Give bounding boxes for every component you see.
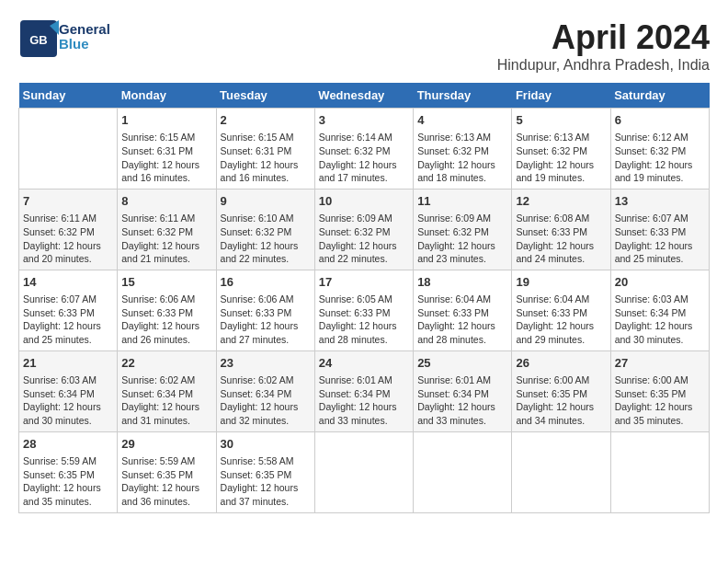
day-number: 26 xyxy=(516,355,606,372)
day-number: 28 xyxy=(23,436,113,453)
calendar-body: 1Sunrise: 6:15 AMSunset: 6:31 PMDaylight… xyxy=(19,109,710,513)
day-number: 30 xyxy=(221,436,311,453)
day-number: 17 xyxy=(319,274,409,291)
day-cell: 19Sunrise: 6:04 AMSunset: 6:33 PMDayligh… xyxy=(512,270,610,350)
day-number: 20 xyxy=(615,274,705,291)
day-cell: 16Sunrise: 6:06 AMSunset: 6:33 PMDayligh… xyxy=(216,270,314,350)
day-info: Sunrise: 6:06 AMSunset: 6:33 PMDaylight:… xyxy=(221,293,311,347)
day-cell: 22Sunrise: 6:02 AMSunset: 6:34 PMDayligh… xyxy=(118,350,216,431)
day-number: 13 xyxy=(615,193,705,210)
day-number: 27 xyxy=(615,355,705,372)
calendar-table: SundayMondayTuesdayWednesdayThursdayFrid… xyxy=(18,83,710,513)
day-number: 11 xyxy=(417,193,507,210)
day-cell: 20Sunrise: 6:03 AMSunset: 6:34 PMDayligh… xyxy=(610,270,709,350)
day-info: Sunrise: 6:00 AMSunset: 6:35 PMDaylight:… xyxy=(615,373,705,428)
day-number: 19 xyxy=(516,274,606,291)
day-cell: 25Sunrise: 6:01 AMSunset: 6:34 PMDayligh… xyxy=(414,350,512,431)
day-info: Sunrise: 6:01 AMSunset: 6:34 PMDaylight:… xyxy=(417,373,507,428)
day-cell xyxy=(610,431,709,512)
day-info: Sunrise: 6:07 AMSunset: 6:33 PMDaylight:… xyxy=(615,212,705,266)
day-number: 21 xyxy=(23,355,113,372)
day-info: Sunrise: 6:13 AMSunset: 6:32 PMDaylight:… xyxy=(417,131,507,185)
logo-line2: Blue xyxy=(59,37,110,52)
day-info: Sunrise: 5:59 AMSunset: 6:35 PMDaylight:… xyxy=(121,454,211,509)
header-cell-thursday: Thursday xyxy=(414,83,512,109)
day-cell: 15Sunrise: 6:06 AMSunset: 6:33 PMDayligh… xyxy=(118,270,216,350)
day-number: 23 xyxy=(221,355,311,372)
day-cell: 6Sunrise: 6:12 AMSunset: 6:32 PMDaylight… xyxy=(610,109,709,190)
day-number: 7 xyxy=(23,193,113,210)
day-info: Sunrise: 6:09 AMSunset: 6:32 PMDaylight:… xyxy=(319,212,409,266)
day-cell: 14Sunrise: 6:07 AMSunset: 6:33 PMDayligh… xyxy=(19,270,118,350)
day-cell: 11Sunrise: 6:09 AMSunset: 6:32 PMDayligh… xyxy=(414,189,512,270)
day-cell: 17Sunrise: 6:05 AMSunset: 6:33 PMDayligh… xyxy=(314,270,413,350)
logo-icon: GB xyxy=(18,18,55,55)
day-info: Sunrise: 6:00 AMSunset: 6:35 PMDaylight:… xyxy=(516,373,606,428)
week-row-3: 14Sunrise: 6:07 AMSunset: 6:33 PMDayligh… xyxy=(19,270,710,350)
page-title: April 2024 xyxy=(497,18,710,57)
week-row-1: 1Sunrise: 6:15 AMSunset: 6:31 PMDaylight… xyxy=(19,109,710,190)
day-cell: 21Sunrise: 6:03 AMSunset: 6:34 PMDayligh… xyxy=(19,350,118,431)
title-block: April 2024 Hindupur, Andhra Pradesh, Ind… xyxy=(497,18,710,74)
svg-text:GB: GB xyxy=(29,33,48,47)
header-cell-friday: Friday xyxy=(512,83,610,109)
day-cell: 13Sunrise: 6:07 AMSunset: 6:33 PMDayligh… xyxy=(610,189,709,270)
day-cell: 4Sunrise: 6:13 AMSunset: 6:32 PMDaylight… xyxy=(414,109,512,190)
day-number: 2 xyxy=(221,112,311,129)
day-cell: 2Sunrise: 6:15 AMSunset: 6:31 PMDaylight… xyxy=(216,109,314,190)
day-number: 6 xyxy=(615,112,705,129)
day-info: Sunrise: 6:10 AMSunset: 6:32 PMDaylight:… xyxy=(221,212,311,266)
day-info: Sunrise: 6:06 AMSunset: 6:33 PMDaylight:… xyxy=(121,293,211,347)
day-number: 29 xyxy=(121,436,211,453)
day-cell: 8Sunrise: 6:11 AMSunset: 6:32 PMDaylight… xyxy=(118,189,216,270)
week-row-5: 28Sunrise: 5:59 AMSunset: 6:35 PMDayligh… xyxy=(19,431,710,512)
logo: GB General Blue xyxy=(18,18,110,55)
day-cell: 3Sunrise: 6:14 AMSunset: 6:32 PMDaylight… xyxy=(314,109,413,190)
day-number: 12 xyxy=(516,193,606,210)
day-cell xyxy=(19,109,118,190)
day-info: Sunrise: 6:13 AMSunset: 6:32 PMDaylight:… xyxy=(516,131,606,185)
day-number: 10 xyxy=(319,193,409,210)
week-row-4: 21Sunrise: 6:03 AMSunset: 6:34 PMDayligh… xyxy=(19,350,710,431)
day-number: 8 xyxy=(121,193,211,210)
day-cell: 26Sunrise: 6:00 AMSunset: 6:35 PMDayligh… xyxy=(512,350,610,431)
day-info: Sunrise: 5:59 AMSunset: 6:35 PMDaylight:… xyxy=(23,454,113,509)
page-header: GB General Blue April 2024 Hindupur, And… xyxy=(18,18,710,74)
header-cell-sunday: Sunday xyxy=(19,83,118,109)
day-info: Sunrise: 6:04 AMSunset: 6:33 PMDaylight:… xyxy=(417,293,507,347)
day-info: Sunrise: 6:15 AMSunset: 6:31 PMDaylight:… xyxy=(221,131,311,185)
day-info: Sunrise: 6:11 AMSunset: 6:32 PMDaylight:… xyxy=(121,212,211,266)
day-number: 25 xyxy=(417,355,507,372)
day-number: 14 xyxy=(23,274,113,291)
day-info: Sunrise: 6:15 AMSunset: 6:31 PMDaylight:… xyxy=(121,131,211,185)
day-info: Sunrise: 6:07 AMSunset: 6:33 PMDaylight:… xyxy=(23,293,113,347)
day-number: 24 xyxy=(319,355,409,372)
header-cell-monday: Monday xyxy=(118,83,216,109)
day-cell: 1Sunrise: 6:15 AMSunset: 6:31 PMDaylight… xyxy=(118,109,216,190)
day-info: Sunrise: 6:01 AMSunset: 6:34 PMDaylight:… xyxy=(319,373,409,428)
day-cell: 18Sunrise: 6:04 AMSunset: 6:33 PMDayligh… xyxy=(414,270,512,350)
header-cell-tuesday: Tuesday xyxy=(216,83,314,109)
day-number: 16 xyxy=(221,274,311,291)
day-cell: 10Sunrise: 6:09 AMSunset: 6:32 PMDayligh… xyxy=(314,189,413,270)
calendar-header-row: SundayMondayTuesdayWednesdayThursdayFrid… xyxy=(19,83,710,109)
header-cell-saturday: Saturday xyxy=(610,83,709,109)
day-cell xyxy=(414,431,512,512)
day-info: Sunrise: 6:08 AMSunset: 6:33 PMDaylight:… xyxy=(516,212,606,266)
day-cell xyxy=(314,431,413,512)
day-number: 1 xyxy=(121,112,211,129)
day-number: 18 xyxy=(417,274,507,291)
day-cell: 9Sunrise: 6:10 AMSunset: 6:32 PMDaylight… xyxy=(216,189,314,270)
day-cell: 30Sunrise: 5:58 AMSunset: 6:35 PMDayligh… xyxy=(216,431,314,512)
day-info: Sunrise: 6:02 AMSunset: 6:34 PMDaylight:… xyxy=(221,373,311,428)
day-info: Sunrise: 6:14 AMSunset: 6:32 PMDaylight:… xyxy=(319,131,409,185)
day-number: 3 xyxy=(319,112,409,129)
day-number: 22 xyxy=(121,355,211,372)
day-info: Sunrise: 6:11 AMSunset: 6:32 PMDaylight:… xyxy=(23,212,113,266)
day-number: 15 xyxy=(121,274,211,291)
day-cell: 29Sunrise: 5:59 AMSunset: 6:35 PMDayligh… xyxy=(118,431,216,512)
day-number: 5 xyxy=(516,112,606,129)
day-info: Sunrise: 6:12 AMSunset: 6:32 PMDaylight:… xyxy=(615,131,705,185)
page-subtitle: Hindupur, Andhra Pradesh, India xyxy=(497,57,710,74)
day-info: Sunrise: 5:58 AMSunset: 6:35 PMDaylight:… xyxy=(221,454,311,509)
